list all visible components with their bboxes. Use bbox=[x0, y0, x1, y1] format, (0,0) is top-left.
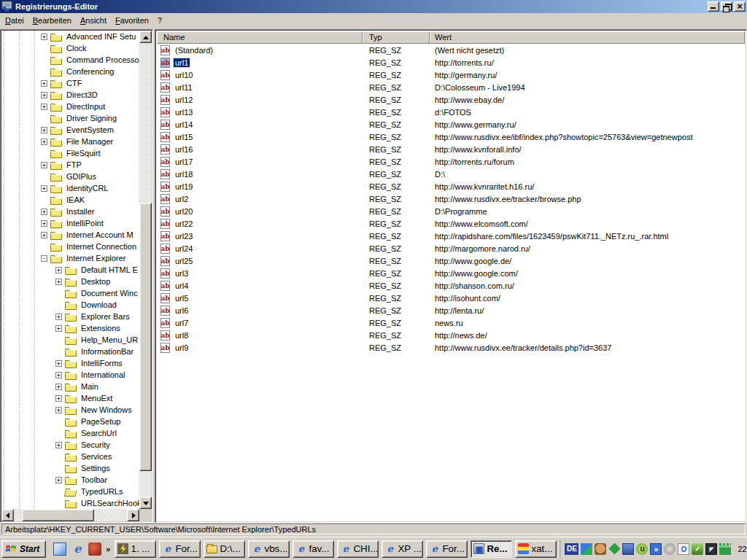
url6[interactable]: ab url6 REG_SZ http://lenta.ru/ bbox=[157, 304, 745, 316]
url22[interactable]: ab url22 REG_SZ http://www.elcomsoft.com… bbox=[157, 217, 745, 230]
url10[interactable]: ab url10 REG_SZ http://germany.ru/ bbox=[157, 69, 745, 81]
tree-item[interactable]: - Internet Explorer bbox=[1, 252, 139, 264]
tree-item[interactable]: + FTP bbox=[1, 159, 139, 171]
tree-item[interactable]: Internet Connection bbox=[1, 241, 139, 252]
tree-item[interactable]: + Desktop bbox=[1, 276, 139, 287]
taskbar-button[interactable]: For... bbox=[426, 540, 468, 558]
tree-item[interactable]: Conferencing bbox=[1, 66, 139, 77]
scroll-down-icon[interactable] bbox=[139, 497, 152, 509]
tree-item[interactable]: IEAK bbox=[1, 194, 139, 206]
utorrent-tray-icon[interactable] bbox=[636, 543, 648, 555]
tree-item[interactable]: URLSearchHook bbox=[1, 497, 139, 509]
menu-item[interactable]: Favoriten bbox=[111, 15, 153, 26]
expand-toggle-icon[interactable]: + bbox=[41, 139, 47, 145]
expand-toggle-icon[interactable]: + bbox=[41, 80, 47, 87]
start-button[interactable]: Start bbox=[1, 540, 46, 558]
url4[interactable]: ab url4 REG_SZ http://shanson.com.ru/ bbox=[157, 279, 745, 292]
wireless-signal-tray-icon[interactable] bbox=[719, 543, 731, 555]
tree-item[interactable]: + Default HTML E bbox=[1, 264, 139, 276]
tree-item[interactable]: TypedURLs bbox=[1, 486, 139, 497]
network-computers-tray-icon[interactable] bbox=[622, 543, 634, 555]
url15[interactable]: ab url15 REG_SZ http://www.rusdivx.ee/ib… bbox=[157, 131, 745, 143]
tree-item[interactable]: PageSetup bbox=[1, 416, 139, 427]
expand-toggle-icon[interactable]: + bbox=[55, 360, 62, 367]
taskbar-button[interactable]: xat... bbox=[515, 540, 557, 558]
url1[interactable]: ab url1 REG_SZ http://torrents.ru/ bbox=[157, 56, 745, 69]
menu-item[interactable]: ? bbox=[153, 15, 166, 26]
player-tray-icon[interactable] bbox=[678, 543, 689, 555]
scroll-up-icon[interactable] bbox=[139, 31, 152, 43]
url8[interactable]: ab url8 REG_SZ http://news.de/ bbox=[157, 329, 745, 341]
internet-explorer-icon[interactable] bbox=[71, 542, 84, 556]
tree-item[interactable]: + CTF bbox=[1, 77, 139, 89]
tree-item[interactable]: + File Manager bbox=[1, 136, 139, 147]
expand-toggle-icon[interactable]: - bbox=[41, 255, 47, 262]
tree-item[interactable]: Clock bbox=[1, 42, 139, 54]
url3[interactable]: ab url3 REG_SZ http://www.google.com/ bbox=[157, 267, 745, 279]
tree-item[interactable]: GDIPlus bbox=[1, 171, 139, 182]
tree-item[interactable]: Settings bbox=[1, 462, 139, 474]
downloader-tray-icon[interactable] bbox=[581, 543, 592, 555]
expand-toggle-icon[interactable]: + bbox=[55, 477, 62, 483]
tree-item[interactable]: Services bbox=[1, 451, 139, 462]
url5[interactable]: ab url5 REG_SZ http://isohunt.com/ bbox=[157, 292, 745, 304]
expand-toggle-icon[interactable]: + bbox=[41, 232, 47, 238]
tree-item[interactable]: + Internet Account M bbox=[1, 229, 139, 241]
titlebar[interactable]: Registrierungs-Editor bbox=[0, 0, 747, 13]
expand-toggle-icon[interactable]: + bbox=[41, 127, 47, 133]
scroll-thumb[interactable] bbox=[139, 203, 152, 471]
url12[interactable]: ab url12 REG_SZ http://www.ebay.de/ bbox=[157, 93, 745, 106]
taskbar-button[interactable]: For... bbox=[159, 540, 201, 558]
close-button[interactable] bbox=[734, 1, 746, 12]
taskbar-button[interactable]: vbs... bbox=[248, 540, 290, 558]
expand-toggle-icon[interactable]: + bbox=[55, 407, 62, 413]
taskbar-button[interactable]: XP ... bbox=[382, 540, 423, 558]
tree-item[interactable]: Download bbox=[1, 299, 139, 311]
tree-vertical-scrollbar[interactable] bbox=[139, 31, 152, 509]
url18[interactable]: ab url18 REG_SZ D:\ bbox=[157, 168, 745, 180]
tree-item[interactable]: + Explorer Bars bbox=[1, 311, 139, 322]
url20[interactable]: ab url20 REG_SZ D:\Programme bbox=[157, 205, 745, 217]
url17[interactable]: ab url17 REG_SZ http://torrents.ru/forum bbox=[157, 155, 745, 168]
chevron-overflow-icon[interactable] bbox=[106, 545, 110, 553]
show-desktop-icon[interactable] bbox=[53, 542, 66, 556]
tree-item[interactable]: Document Winc bbox=[1, 287, 139, 299]
expand-toggle-icon[interactable]: + bbox=[41, 185, 47, 192]
scroll-left-icon[interactable] bbox=[1, 509, 14, 521]
tree-item[interactable]: FileSquirt bbox=[1, 147, 139, 159]
expand-toggle-icon[interactable]: + bbox=[55, 384, 62, 390]
expand-toggle-icon[interactable]: + bbox=[55, 442, 62, 448]
expand-toggle-icon[interactable]: + bbox=[41, 162, 47, 168]
url14[interactable]: ab url14 REG_SZ http://www.germany.ru/ bbox=[157, 118, 745, 131]
red-app-icon[interactable] bbox=[88, 542, 101, 556]
url23[interactable]: ab url23 REG_SZ http://rapidshare.com/fi… bbox=[157, 230, 745, 242]
tree-item[interactable]: + IntelliForms bbox=[1, 357, 139, 369]
menu-item[interactable]: Datei bbox=[1, 15, 28, 26]
expand-toggle-icon[interactable]: + bbox=[41, 34, 47, 40]
tree-item[interactable]: InformationBar bbox=[1, 346, 139, 357]
expand-toggle-icon[interactable]: + bbox=[55, 325, 62, 332]
url25[interactable]: ab url25 REG_SZ http://www.google.de/ bbox=[157, 254, 745, 267]
expand-toggle-icon[interactable]: + bbox=[41, 209, 47, 215]
expand-toggle-icon[interactable]: + bbox=[55, 314, 62, 320]
column-header-name[interactable]: Name bbox=[157, 31, 363, 44]
display-tray-icon[interactable] bbox=[705, 543, 717, 555]
url2[interactable]: ab url2 REG_SZ http://www.rusdivx.ee/tra… bbox=[157, 192, 745, 205]
scroll-right-icon[interactable] bbox=[127, 509, 139, 521]
minimize-button[interactable] bbox=[708, 1, 719, 12]
tree-item[interactable]: + MenuExt bbox=[1, 392, 139, 404]
scroll-thumb[interactable] bbox=[22, 509, 94, 521]
tree-horizontal-scrollbar[interactable] bbox=[1, 509, 139, 521]
url7[interactable]: ab url7 REG_SZ news.ru bbox=[157, 316, 745, 329]
expand-toggle-icon[interactable]: + bbox=[55, 267, 62, 273]
antivirus-tray-icon[interactable] bbox=[692, 543, 703, 555]
url13[interactable]: ab url13 REG_SZ d:\FOTOS bbox=[157, 106, 745, 118]
url19[interactable]: ab url19 REG_SZ http://www.kvnraritet.h1… bbox=[157, 180, 745, 192]
tree-item[interactable]: + Installer bbox=[1, 206, 139, 217]
tree-item[interactable]: + Advanced INF Setu bbox=[1, 31, 139, 42]
url9[interactable]: ab url9 REG_SZ http://www.rusdivx.ee/tra… bbox=[157, 341, 745, 354]
tree-item[interactable]: Help_Menu_UR bbox=[1, 334, 139, 346]
tree-item[interactable]: Command Processo bbox=[1, 54, 139, 66]
taskbar-button[interactable]: 1. ... bbox=[115, 540, 156, 558]
network-activity-tray-icon[interactable] bbox=[650, 543, 662, 555]
